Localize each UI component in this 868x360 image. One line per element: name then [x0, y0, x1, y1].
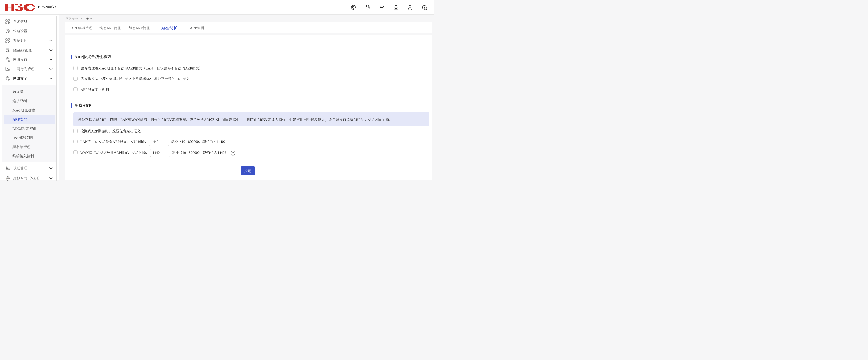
svg-text:VPN: VPN	[6, 178, 9, 179]
